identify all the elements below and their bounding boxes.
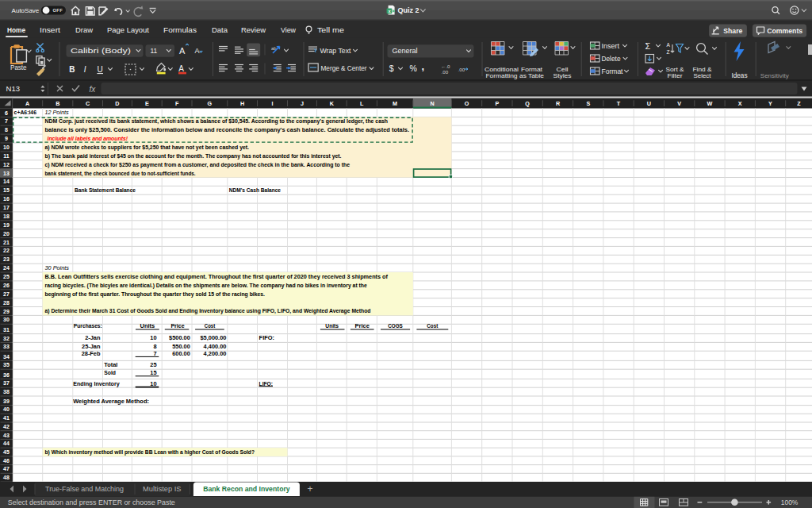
svg-text:P: P (496, 100, 500, 107)
svg-text:36: 36 (3, 372, 10, 378)
svg-text:15: 15 (3, 187, 10, 193)
svg-text:B.B. Lean Outfitters sells exe: B.B. Lean Outfitters sells exercise clot… (45, 273, 389, 280)
svg-text:Total: Total (104, 361, 117, 368)
svg-text:R: R (556, 100, 561, 107)
svg-text:Cost: Cost (427, 322, 438, 329)
svg-text:LIFO:: LIFO: (259, 380, 273, 387)
svg-text:10: 10 (150, 380, 156, 387)
svg-text:A: A (195, 47, 200, 55)
svg-text:H: H (240, 100, 244, 107)
svg-text:29: 29 (3, 309, 10, 314)
svg-text:Format: Format (521, 66, 543, 73)
svg-text:40: 40 (3, 406, 10, 412)
svg-text:Q: Q (525, 100, 530, 107)
svg-text:U: U (647, 100, 651, 107)
svg-text:11: 11 (151, 47, 158, 55)
svg-text:17: 17 (3, 205, 10, 210)
svg-text:Z: Z (667, 49, 670, 55)
svg-text:Styles: Styles (553, 72, 572, 79)
svg-text:a) NDM wrote checks to supplie: a) NDM wrote checks to suppliers for $5,… (45, 144, 250, 151)
svg-text:E: E (145, 100, 149, 107)
svg-text:fx: fx (90, 85, 97, 94)
svg-text:30: 30 (3, 317, 10, 322)
svg-text:,: , (422, 60, 425, 72)
svg-text:100%: 100% (781, 498, 799, 506)
svg-text:%: % (410, 64, 417, 73)
svg-text:bank statement, the check boun: bank statement, the check bounced due to… (45, 170, 196, 177)
svg-text:4,200.00: 4,200.00 (204, 350, 227, 357)
svg-text:6: 6 (5, 110, 8, 116)
svg-text:Insert: Insert (40, 26, 60, 34)
svg-text:8: 8 (5, 127, 8, 133)
svg-text:11: 11 (3, 153, 10, 159)
svg-text:balance is only $25,500. Cons: balance is only $25,500. Consider the in… (45, 126, 410, 133)
svg-text:Bank Statement Balance: Bank Statement Balance (75, 187, 136, 194)
svg-text:Sensitivity: Sensitivity (760, 72, 789, 79)
svg-text:16: 16 (3, 196, 10, 202)
svg-text:31: 31 (3, 327, 10, 333)
svg-text:b) The bank paid interest of $: b) The bank paid interest of $45 on the … (45, 152, 342, 160)
svg-text:B: B (56, 100, 59, 107)
svg-text:M: M (393, 100, 397, 107)
svg-text:Price: Price (170, 322, 184, 329)
svg-text:28: 28 (3, 300, 10, 306)
svg-text:14: 14 (3, 179, 10, 184)
svg-text:Wrap Text: Wrap Text (320, 48, 352, 55)
svg-text:Price: Price (354, 322, 370, 329)
svg-text:Sold: Sold (104, 369, 116, 376)
svg-text:a) Determine their March 31 Co: a) Determine their March 31 Cost of Good… (45, 307, 371, 314)
svg-text:Ending Inventory: Ending Inventory (73, 380, 120, 387)
svg-text:23: 23 (3, 256, 10, 262)
svg-text:20: 20 (3, 231, 10, 237)
svg-text:Page Layout: Page Layout (107, 26, 149, 34)
svg-text:47: 47 (3, 466, 10, 471)
svg-text:Purchases:: Purchases: (74, 322, 102, 329)
svg-text:B: B (69, 65, 75, 74)
svg-text:General: General (393, 47, 418, 55)
svg-text:Select: Select (694, 72, 712, 79)
svg-text:Y: Y (768, 100, 772, 107)
svg-text:NDM Corp. just received its ba: NDM Corp. just received its bank stateme… (45, 117, 389, 125)
svg-text:.00: .00 (442, 69, 449, 75)
svg-text:Include all labels and amounts: Include all labels and amounts! (48, 135, 128, 142)
svg-text:33: 33 (3, 344, 10, 349)
svg-text:41: 41 (3, 415, 10, 421)
svg-text:c+A6:I46: c+A6:I46 (14, 109, 36, 116)
svg-text:X: X (738, 100, 742, 107)
svg-text:V: V (677, 100, 681, 107)
svg-text:48: 48 (3, 475, 10, 480)
svg-text:Home: Home (7, 26, 25, 34)
svg-text:F: F (175, 100, 179, 107)
svg-text:U: U (98, 65, 103, 74)
svg-text:A: A (667, 42, 671, 48)
svg-text:View: View (281, 26, 296, 34)
svg-text:+: + (307, 483, 312, 495)
svg-text:c) NDM received a check for $2: c) NDM received a check for $250 as paym… (45, 161, 350, 168)
svg-text:A: A (25, 100, 29, 107)
svg-text:7: 7 (5, 118, 8, 124)
svg-text:Tell me: Tell me (317, 26, 344, 34)
svg-text:600.00: 600.00 (172, 350, 190, 357)
svg-text:22: 22 (3, 248, 10, 253)
svg-text:39: 39 (3, 398, 10, 404)
svg-text:OFF: OFF (53, 8, 63, 13)
svg-text:S: S (586, 100, 590, 107)
svg-text:Paste: Paste (10, 64, 27, 71)
svg-text:37: 37 (3, 380, 10, 386)
svg-text:Draw: Draw (75, 26, 93, 34)
svg-text:21: 21 (3, 240, 10, 245)
svg-text:Formulas: Formulas (163, 26, 197, 34)
svg-text:12 Points: 12 Points (45, 109, 69, 116)
svg-text:Units: Units (140, 322, 155, 329)
svg-text:10: 10 (3, 144, 10, 150)
svg-text:L: L (360, 100, 364, 107)
svg-text:Weighted Average Method:: Weighted Average Method: (73, 398, 149, 405)
svg-text:A: A (178, 64, 184, 73)
svg-text:Units: Units (325, 322, 339, 329)
svg-text:18: 18 (3, 214, 10, 219)
svg-text:A: A (179, 46, 186, 56)
svg-text:C: C (86, 100, 90, 107)
svg-text:Multistep IS: Multistep IS (143, 485, 182, 493)
svg-text:30 Points: 30 Points (45, 264, 70, 271)
svg-text:15: 15 (150, 369, 156, 376)
